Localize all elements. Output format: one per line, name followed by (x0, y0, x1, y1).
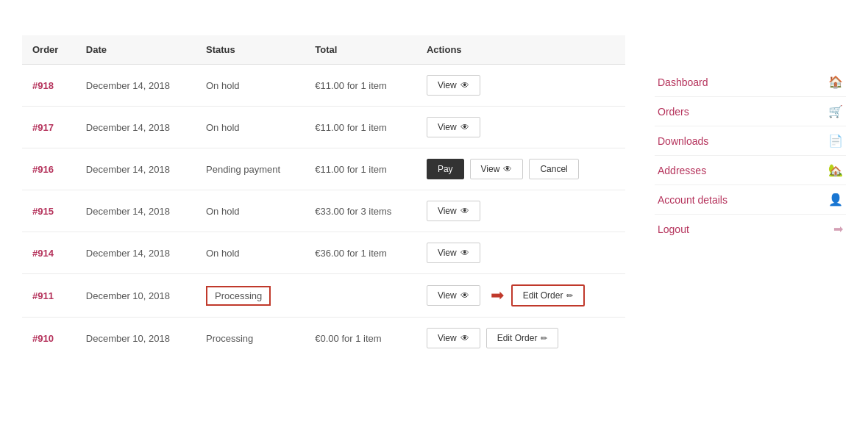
table-header: Order Date Status Total Actions (22, 35, 625, 65)
eye-icon (460, 206, 469, 216)
edit-icon (541, 333, 547, 343)
orders-table: Order Date Status Total Actions #918Dece… (22, 35, 625, 359)
sidebar-item-label: Orders (658, 106, 689, 118)
table-row: #917December 14, 2018On hold€11.00 for 1… (22, 107, 625, 148)
sidebar-item-orders[interactable]: Orders🛒 (655, 97, 846, 126)
order-number[interactable]: #915 (22, 190, 76, 232)
cancel-button[interactable]: Cancel (529, 159, 578, 179)
sidebar-nav: Dashboard🏠Orders🛒Downloads📄Addresses🏡Acc… (655, 68, 846, 243)
sidebar-item-icon: 🛒 (828, 104, 843, 118)
col-date: Date (76, 35, 196, 65)
order-date: December 10, 2018 (76, 274, 196, 318)
order-date: December 14, 2018 (76, 65, 196, 107)
col-total: Total (305, 35, 416, 65)
sidebar-item-icon: 👤 (828, 193, 843, 207)
eye-icon (460, 248, 469, 258)
order-total (305, 274, 416, 318)
eye-icon (460, 122, 469, 132)
sidebar-item-label: Downloads (658, 135, 708, 147)
eye-icon (460, 80, 469, 90)
view-button[interactable]: View (427, 285, 480, 306)
sidebar-item-dashboard[interactable]: Dashboard🏠 (655, 68, 846, 97)
view-button[interactable]: View (427, 328, 480, 348)
order-total: €11.00 for 1 item (305, 148, 416, 190)
order-date: December 14, 2018 (76, 190, 196, 232)
sidebar-item-icon: 🏡 (828, 163, 843, 177)
col-order: Order (22, 35, 76, 65)
order-actions: PayView Cancel (416, 148, 625, 190)
order-number[interactable]: #910 (22, 318, 76, 359)
view-button[interactable]: View (470, 159, 524, 179)
sidebar-item-label: Addresses (658, 165, 706, 176)
view-button[interactable]: View (427, 75, 480, 96)
eye-icon (460, 290, 469, 301)
order-number[interactable]: #916 (22, 148, 76, 190)
table-row: #918December 14, 2018On hold€11.00 for 1… (22, 65, 625, 107)
order-status: On hold (196, 65, 305, 107)
edit-icon (566, 290, 573, 301)
arrow-indicator: ➡ (491, 286, 504, 305)
table-row: #914December 14, 2018On hold€36.00 for 1… (22, 232, 625, 274)
order-total: €36.00 for 1 item (305, 232, 416, 274)
sidebar-item-icon: ➡ (833, 222, 843, 236)
order-actions: View (416, 232, 625, 274)
table-body: #918December 14, 2018On hold€11.00 for 1… (22, 65, 625, 359)
order-number[interactable]: #918 (22, 65, 76, 107)
order-date: December 10, 2018 (76, 318, 196, 359)
order-total: €11.00 for 1 item (305, 107, 416, 148)
sidebar-item-label: Dashboard (658, 76, 708, 88)
sidebar-item-label: Logout (658, 223, 689, 235)
main-content: Order Date Status Total Actions #918Dece… (22, 18, 625, 359)
order-total: €0.00 for 1 item (305, 318, 416, 359)
table-row: #910December 10, 2018Processing€0.00 for… (22, 318, 625, 359)
order-actions: View (416, 190, 625, 232)
table-row: #911December 10, 2018ProcessingView ➡Edi… (22, 274, 625, 318)
pay-button[interactable]: Pay (427, 159, 464, 179)
order-number[interactable]: #917 (22, 107, 76, 148)
sidebar-item-label: Account details (658, 194, 728, 206)
sidebar-item-icon: 📄 (828, 134, 843, 148)
order-status: On hold (196, 232, 305, 274)
order-number[interactable]: #914 (22, 232, 76, 274)
sidebar-item-addresses[interactable]: Addresses🏡 (655, 156, 846, 185)
order-status: Processing (196, 318, 305, 359)
order-date: December 14, 2018 (76, 148, 196, 190)
sidebar-item-icon: 🏠 (828, 75, 843, 89)
col-actions: Actions (416, 35, 625, 65)
table-row: #915December 14, 2018On hold€33.00 for 3… (22, 190, 625, 232)
order-actions: View ➡Edit Order (416, 274, 625, 318)
page-wrapper: Order Date Status Total Actions #918Dece… (0, 0, 868, 376)
edit-order-button[interactable]: Edit Order (511, 284, 586, 306)
table-row: #916December 14, 2018Pending payment€11.… (22, 148, 625, 190)
view-button[interactable]: View (427, 201, 480, 221)
eye-icon (503, 164, 512, 174)
eye-icon (460, 333, 469, 343)
view-button[interactable]: View (427, 243, 480, 263)
order-actions: View (416, 107, 625, 148)
order-status: Pending payment (196, 148, 305, 190)
sidebar-item-downloads[interactable]: Downloads📄 (655, 126, 846, 156)
order-date: December 14, 2018 (76, 107, 196, 148)
order-number[interactable]: #911 (22, 274, 76, 318)
sidebar: Dashboard🏠Orders🛒Downloads📄Addresses🏡Acc… (655, 18, 846, 359)
edit-order-button[interactable]: Edit Order (486, 328, 559, 348)
order-status: On hold (196, 107, 305, 148)
order-actions: View (416, 65, 625, 107)
sidebar-item-account-details[interactable]: Account details👤 (655, 185, 846, 215)
order-status: Processing (196, 274, 305, 318)
order-date: December 14, 2018 (76, 232, 196, 274)
sidebar-item-logout[interactable]: Logout➡ (655, 215, 846, 243)
col-status: Status (196, 35, 305, 65)
order-status: On hold (196, 190, 305, 232)
order-total: €11.00 for 1 item (305, 65, 416, 107)
view-button[interactable]: View (427, 117, 480, 137)
order-actions: View Edit Order (416, 318, 625, 359)
order-total: €33.00 for 3 items (305, 190, 416, 232)
